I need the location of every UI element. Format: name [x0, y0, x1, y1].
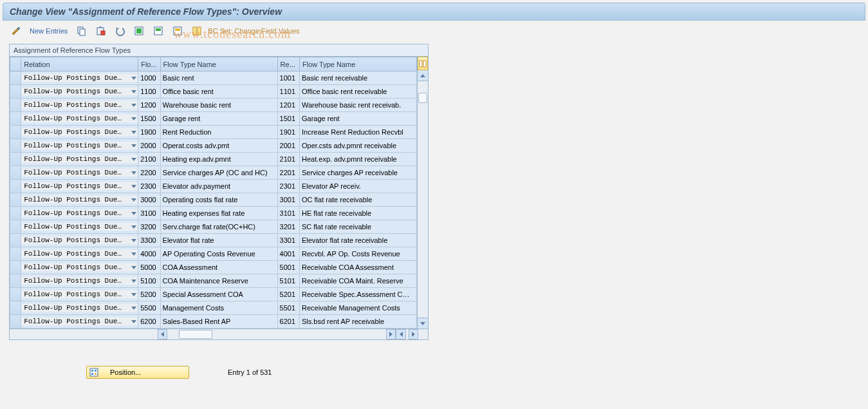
relation-dropdown[interactable]: Follow-Up Postings Due…	[21, 315, 138, 328]
ref-code-cell[interactable]: 5201	[277, 288, 299, 301]
ref-code-cell[interactable]: 2001	[277, 139, 299, 153]
scroll-track[interactable]	[418, 81, 428, 318]
row-selector[interactable]	[10, 288, 21, 301]
flow-code-cell[interactable]: 5100	[138, 274, 160, 288]
ref-code-cell[interactable]: 3001	[277, 193, 299, 207]
row-selector[interactable]	[10, 234, 21, 247]
ref-code-cell[interactable]: 1101	[277, 85, 299, 99]
row-selector[interactable]	[10, 85, 21, 99]
scroll-down-button[interactable]	[418, 318, 428, 328]
select-all-rows-corner[interactable]	[10, 57, 21, 71]
flow-code-cell[interactable]: 1100	[138, 85, 160, 99]
ref-code-cell[interactable]: 5501	[277, 301, 299, 315]
column-header-ref[interactable]: Re...	[277, 57, 299, 71]
relation-dropdown[interactable]: Follow-Up Postings Due…	[21, 180, 138, 193]
relation-dropdown[interactable]: Follow-Up Postings Due…	[21, 166, 138, 180]
ref-code-cell[interactable]: 1901	[277, 126, 299, 139]
ref-code-cell[interactable]: 3101	[277, 207, 299, 220]
select-all-button[interactable]	[131, 23, 147, 39]
relation-dropdown[interactable]: Follow-Up Postings Due…	[21, 126, 138, 139]
row-selector[interactable]	[10, 247, 21, 261]
vertical-scrollbar[interactable]	[417, 57, 428, 328]
delete-button[interactable]	[92, 23, 109, 39]
relation-dropdown[interactable]: Follow-Up Postings Due…	[21, 220, 138, 234]
position-button[interactable]: Position...	[86, 366, 189, 379]
row-selector[interactable]	[10, 261, 21, 274]
relation-dropdown[interactable]: Follow-Up Postings Due…	[21, 288, 138, 301]
copy-as-button[interactable]	[73, 23, 89, 39]
table-config-icon[interactable]	[418, 57, 428, 70]
flow-code-cell[interactable]: 1200	[138, 99, 160, 112]
flow-code-cell[interactable]: 2200	[138, 166, 160, 180]
column-header-relation[interactable]: Relation	[21, 57, 138, 71]
table-settings-button[interactable]	[189, 23, 205, 39]
ref-code-cell[interactable]: 5001	[277, 261, 299, 274]
toggle-display-change-button[interactable]	[8, 23, 24, 39]
bc-set-link[interactable]: BC Set: Change Field Values	[208, 27, 299, 35]
row-selector[interactable]	[10, 112, 21, 126]
ref-code-cell[interactable]: 4001	[277, 247, 299, 261]
relation-dropdown[interactable]: Follow-Up Postings Due…	[21, 207, 138, 220]
flow-code-cell[interactable]: 5000	[138, 261, 160, 274]
relation-dropdown[interactable]: Follow-Up Postings Due…	[21, 247, 138, 261]
relation-dropdown[interactable]: Follow-Up Postings Due…	[21, 99, 138, 112]
row-selector[interactable]	[10, 180, 21, 193]
horizontal-scrollbar[interactable]	[10, 328, 428, 339]
ref-code-cell[interactable]: 1001	[277, 71, 299, 85]
ref-code-cell[interactable]: 5101	[277, 274, 299, 288]
relation-dropdown[interactable]: Follow-Up Postings Due…	[21, 261, 138, 274]
row-selector[interactable]	[10, 99, 21, 112]
column-header-flow-type-name-1[interactable]: Flow Type Name	[160, 57, 277, 71]
ref-code-cell[interactable]: 1501	[277, 112, 299, 126]
new-entries-button[interactable]: New Entries	[27, 27, 70, 35]
scroll-thumb[interactable]	[418, 93, 427, 103]
flow-code-cell[interactable]: 1900	[138, 126, 160, 139]
ref-code-cell[interactable]: 2301	[277, 180, 299, 193]
row-selector[interactable]	[10, 220, 21, 234]
row-selector[interactable]	[10, 193, 21, 207]
ref-code-cell[interactable]: 2201	[277, 166, 299, 180]
flow-code-cell[interactable]: 2000	[138, 139, 160, 153]
hscroll2-left-button[interactable]	[396, 329, 405, 339]
flow-code-cell[interactable]: 2100	[138, 153, 160, 166]
select-block-button[interactable]	[150, 23, 167, 39]
relation-dropdown[interactable]: Follow-Up Postings Due…	[21, 234, 138, 247]
row-selector[interactable]	[10, 71, 21, 85]
flow-code-cell[interactable]: 5500	[138, 301, 160, 315]
flow-code-cell[interactable]: 3200	[138, 220, 160, 234]
relation-dropdown[interactable]: Follow-Up Postings Due…	[21, 153, 138, 166]
row-selector[interactable]	[10, 315, 21, 328]
relation-dropdown[interactable]: Follow-Up Postings Due…	[21, 193, 138, 207]
row-selector[interactable]	[10, 166, 21, 180]
row-selector[interactable]	[10, 207, 21, 220]
relation-dropdown[interactable]: Follow-Up Postings Due…	[21, 274, 138, 288]
flow-code-cell[interactable]: 5200	[138, 288, 160, 301]
flow-code-cell[interactable]: 6200	[138, 315, 160, 328]
hscroll-left-button[interactable]	[158, 329, 167, 339]
ref-code-cell[interactable]: 6201	[277, 315, 299, 328]
relation-dropdown[interactable]: Follow-Up Postings Due…	[21, 301, 138, 315]
flow-code-cell[interactable]: 1500	[138, 112, 160, 126]
ref-code-cell[interactable]: 1201	[277, 99, 299, 112]
ref-code-cell[interactable]: 3201	[277, 220, 299, 234]
hscroll2-right-button[interactable]	[409, 329, 418, 339]
hscroll-right-button[interactable]	[386, 329, 396, 339]
relation-dropdown[interactable]: Follow-Up Postings Due…	[21, 85, 138, 99]
relation-dropdown[interactable]: Follow-Up Postings Due…	[21, 112, 138, 126]
flow-code-cell[interactable]: 3000	[138, 193, 160, 207]
flow-code-cell[interactable]: 3300	[138, 234, 160, 247]
row-selector[interactable]	[10, 153, 21, 166]
flow-code-cell[interactable]: 4000	[138, 247, 160, 261]
relation-dropdown[interactable]: Follow-Up Postings Due…	[21, 139, 138, 153]
scroll-up-button[interactable]	[418, 70, 428, 81]
flow-code-cell[interactable]: 1000	[138, 71, 160, 85]
flow-code-cell[interactable]: 3100	[138, 207, 160, 220]
ref-code-cell[interactable]: 3301	[277, 234, 299, 247]
flow-code-cell[interactable]: 2300	[138, 180, 160, 193]
undo-change-button[interactable]	[111, 23, 128, 39]
row-selector[interactable]	[10, 139, 21, 153]
hscroll-thumb[interactable]	[179, 330, 212, 339]
relation-dropdown[interactable]: Follow-Up Postings Due…	[21, 71, 138, 85]
row-selector[interactable]	[10, 274, 21, 288]
row-selector[interactable]	[10, 126, 21, 139]
